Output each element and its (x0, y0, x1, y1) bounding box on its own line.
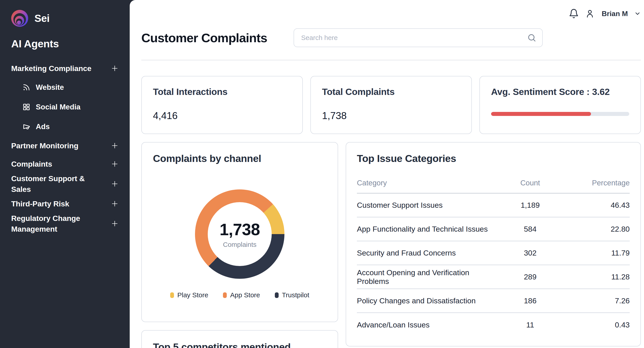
topbar: Brian M (141, 0, 641, 19)
brand: Sei (11, 9, 119, 27)
stat-value: 4,416 (153, 110, 291, 121)
donut-center: 1,738 Complaints (208, 202, 272, 266)
legend-swatch (223, 292, 227, 298)
donut-legend: Play Store App Store Trustpilot (153, 291, 326, 299)
top-issue-categories-card: Top Issue Categories Category Count Perc… (346, 142, 641, 347)
left-column: Complaints by channel 1,738 Complaints P… (141, 142, 338, 348)
card-title: Top 5 competitors mentioned (153, 341, 326, 348)
title-row: Customer Complaints (141, 28, 641, 47)
plus-icon[interactable] (110, 64, 119, 73)
stat-label: Total Interactions (153, 87, 291, 97)
donut-total: 1,738 (220, 220, 260, 239)
megaphone-icon (22, 123, 30, 131)
table-row: App Functionality and Technical Issues 5… (357, 217, 630, 241)
marketing-compliance-subnav: Website Social Media Ads (11, 77, 119, 137)
total-complaints-card: Total Complaints 1,738 (310, 76, 472, 134)
search (294, 28, 543, 47)
legend-item: Trustpilot (275, 291, 309, 299)
sidebar-item-regulatory-change-management[interactable]: Regulatory Change Management (11, 213, 119, 234)
plus-icon[interactable] (110, 160, 119, 168)
sidebar-item-customer-support-sales[interactable]: Customer Support & Sales (11, 173, 119, 194)
sentiment-bar-track (491, 112, 629, 116)
plus-icon[interactable] (110, 199, 119, 208)
brand-name: Sei (34, 12, 50, 24)
sidebar-item-partner-monitoring[interactable]: Partner Monitoring (11, 137, 119, 155)
column-header-count: Count (500, 179, 560, 187)
sidebar-item-social-media[interactable]: Social Media (22, 97, 119, 117)
grid-icon (22, 103, 30, 111)
top-competitors-card: Top 5 competitors mentioned (141, 330, 338, 348)
plus-icon[interactable] (110, 141, 119, 150)
sidebar-item-third-party-risk[interactable]: Third-Party Risk (11, 194, 119, 213)
main-content: Brian M Customer Complaints Total Intera… (130, 0, 644, 348)
legend-item: App Store (223, 291, 260, 299)
sei-logo-icon (11, 10, 28, 27)
mid-row: Complaints by channel 1,738 Complaints P… (141, 142, 641, 348)
stat-value: 1,738 (322, 110, 460, 121)
stat-label: Avg. Sentiment Score : 3.62 (491, 87, 629, 97)
stats-row: Total Interactions 4,416 Total Complaint… (141, 76, 641, 134)
legend-swatch (275, 292, 278, 298)
sidebar-item-marketing-compliance[interactable]: Marketing Compliance (11, 59, 119, 77)
column-header-percentage: Percentage (560, 179, 630, 187)
bell-icon[interactable] (569, 8, 579, 19)
donut-sub-label: Complaints (223, 241, 256, 248)
sidebar-item-complaints[interactable]: Complaints (11, 155, 119, 173)
card-title: Top Issue Categories (357, 153, 630, 165)
column-header-category: Category (357, 179, 500, 187)
search-input[interactable] (294, 28, 543, 47)
user-name[interactable]: Brian M (602, 9, 628, 18)
sidebar-nav: Marketing Compliance Website Social Medi… (11, 59, 119, 234)
sidebar: Sei AI Agents Marketing Compliance Websi… (0, 0, 130, 348)
table-row: Policy Changes and Dissatisfaction 186 7… (357, 289, 630, 313)
sidebar-section-title: AI Agents (11, 37, 119, 50)
legend-swatch (170, 292, 174, 298)
sidebar-item-website[interactable]: Website (22, 77, 119, 97)
header-divider (141, 60, 641, 60)
total-interactions-card: Total Interactions 4,416 (141, 76, 303, 134)
plus-icon[interactable] (110, 219, 119, 228)
table-row: Account Opening and Verification Problem… (357, 265, 630, 289)
sentiment-bar-fill (491, 112, 591, 116)
chevron-down-icon[interactable] (634, 10, 641, 17)
sidebar-item-ads[interactable]: Ads (22, 117, 119, 137)
donut-chart: 1,738 Complaints (195, 189, 284, 279)
stat-label: Total Complaints (322, 87, 460, 97)
user-icon[interactable] (585, 9, 594, 18)
table-header: Category Count Percentage (357, 179, 630, 193)
page-title: Customer Complaints (141, 31, 267, 45)
card-title: Complaints by channel (153, 153, 326, 165)
search-icon[interactable] (527, 33, 536, 42)
table-row: Advance/Loan Issues 11 0.43 (357, 313, 630, 337)
table-row: Customer Support Issues 1,189 46.43 (357, 193, 630, 217)
complaints-by-channel-card: Complaints by channel 1,738 Complaints P… (141, 142, 338, 322)
rss-icon (22, 83, 30, 91)
sentiment-score-card: Avg. Sentiment Score : 3.62 (480, 76, 641, 134)
table-row: Security and Fraud Concerns 302 11.79 (357, 241, 630, 265)
plus-icon[interactable] (110, 179, 119, 188)
legend-item: Play Store (170, 291, 208, 299)
